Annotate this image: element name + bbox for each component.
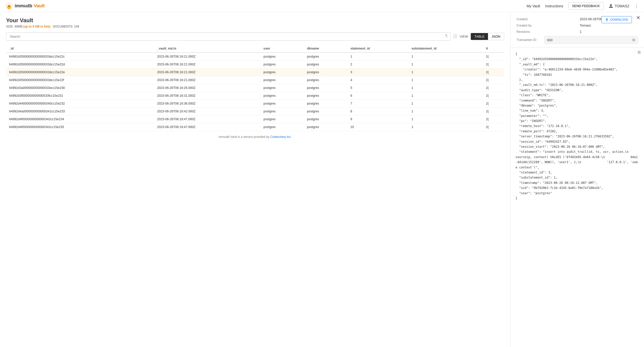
- table-row[interactable]: 64992d440000000000000340cc15e2322023-06-…: [6, 100, 504, 108]
- created-by-label: Created by:: [517, 24, 575, 27]
- table-cell: 1: [408, 108, 483, 115]
- table-row[interactable]: 64992d3a000000000000033ecc15e2302023-06-…: [6, 84, 504, 92]
- table-cell: 8: [347, 108, 408, 115]
- table-cell: 64992d35000000000000033dcc15e22d: [6, 61, 154, 68]
- table-row[interactable]: 64992d4f0000000000000342cc15e2352023-06-…: [6, 123, 504, 131]
- table-cell: postgres: [304, 100, 347, 108]
- table-cell: postgres: [304, 108, 347, 115]
- json-view-button[interactable]: JSON: [488, 33, 504, 40]
- table-cell: 10: [347, 123, 408, 131]
- table-cell: 2023-06-26T06:16:21.000Z: [154, 76, 261, 84]
- person-icon: [609, 4, 613, 8]
- table-row[interactable]: 64992d4f0000000000000342cc15e2342023-06-…: [6, 115, 504, 123]
- table-row[interactable]: 64992d35000000000000033dcc15e22f2023-06-…: [6, 76, 504, 84]
- table-cell: 1: [408, 100, 483, 108]
- download-icon: [605, 18, 609, 21]
- logo-vault-text: Vault: [34, 3, 45, 9]
- col-ts: _vault_md.ts: [154, 45, 261, 53]
- user-menu[interactable]: TOMASZ: [609, 4, 629, 8]
- table-cell: 2023-06-26T06:16:47.000Z: [154, 115, 261, 123]
- table-cell: 2023-06-26T06:16:26.000Z: [154, 84, 261, 92]
- vault-size-free: (up to 5 GB is free): [23, 25, 50, 28]
- table-cell: 4: [347, 76, 408, 84]
- table-cell: 2: [347, 61, 408, 68]
- copy-json-button[interactable]: ⧉: [638, 50, 640, 55]
- table-cell: 1: [408, 68, 483, 76]
- table-cell: 1: [408, 123, 483, 131]
- more-options-icon[interactable]: ⋮: [634, 3, 639, 9]
- view-label: VIEW: [460, 35, 468, 38]
- table-cell: 64992d35000000000000033dcc15e22f: [6, 76, 154, 84]
- table-cell: 2(: [483, 92, 504, 100]
- table-row[interactable]: 64992d35000000000000033dcc15e22c2023-06-…: [6, 53, 504, 61]
- footer-note: immudb Vault is a service provided by Co…: [6, 131, 504, 143]
- json-viewer: ⧉ { "_id": "64992d350000000000000033dcc1…: [510, 47, 644, 347]
- download-button[interactable]: DOWNLOAD: [601, 16, 632, 23]
- info-icon[interactable]: ⓘ: [453, 34, 457, 39]
- codenotary-link[interactable]: Codenotary Inc.: [270, 135, 292, 139]
- table-cell: postgres: [304, 115, 347, 123]
- vault-documents: DOCUMENTS: 149: [53, 25, 79, 28]
- table-row[interactable]: 64992d4a0000000000000341cc15e2332023-06-…: [6, 108, 504, 115]
- table-cell: postgres: [304, 92, 347, 100]
- table-row[interactable]: 64992d35000000000000033dcc15e22e2023-06-…: [6, 68, 504, 76]
- close-panel-button[interactable]: ✕: [636, 15, 640, 21]
- search-input[interactable]: [6, 32, 451, 41]
- txid-value: 830: [547, 38, 553, 42]
- nav-right: My Vault Instructions SEND FEEDBACK TOMA…: [527, 2, 639, 10]
- instructions-link[interactable]: Instructions: [545, 4, 563, 8]
- table-cell: 1: [408, 53, 483, 61]
- col-dbname: dbname: [304, 45, 347, 53]
- table-cell: postgres: [304, 61, 347, 68]
- table-cell: 64992d4f0000000000000342cc15e234: [6, 115, 154, 123]
- download-label: DOWNLOAD: [610, 18, 628, 21]
- table-cell: 9: [347, 115, 408, 123]
- logo-immudb-text: immudb: [15, 3, 32, 9]
- left-panel: Your Vault SIZE: 49MB (up to 5 GB is fre…: [0, 12, 510, 347]
- view-toggle: TABLE JSON: [471, 33, 504, 40]
- table-cell: 5: [347, 84, 408, 92]
- table-cell: 2023-06-26T06:16:21.000Z: [154, 61, 261, 68]
- table-header-row: _id _vault_md.ts user dbname statement_i…: [6, 45, 504, 53]
- table-cell: 2(: [483, 53, 504, 61]
- table-cell: postgres: [304, 84, 347, 92]
- top-nav: immudb Vault My Vault Instructions SEND …: [0, 0, 644, 12]
- my-vault-link[interactable]: My Vault: [527, 4, 540, 8]
- table-cell: 64992d3a000000000000033ecc15e230: [6, 84, 154, 92]
- table-cell: 64992d440000000000000340cc15e232: [6, 100, 154, 108]
- data-table: _id _vault_md.ts user dbname statement_i…: [6, 45, 504, 131]
- table-cell: 1: [408, 84, 483, 92]
- col-id: _id: [6, 45, 154, 53]
- vault-title: Your Vault: [6, 17, 504, 24]
- table-cell: 2023-06-26T06:16:36.000Z: [154, 100, 261, 108]
- table-cell: 2(: [483, 76, 504, 84]
- table-cell: postgres: [261, 61, 304, 68]
- table-cell: 7: [347, 100, 408, 108]
- logo-icon: [5, 2, 13, 10]
- svg-point-3: [8, 7, 10, 8]
- table-cell: 3: [347, 68, 408, 76]
- send-feedback-button[interactable]: SEND FEEDBACK: [568, 2, 604, 10]
- table-row[interactable]: 64992d3f000000000000033fcc15e2312023-06-…: [6, 92, 504, 100]
- table-cell: 1: [347, 53, 408, 61]
- logo: immudb Vault: [5, 2, 45, 10]
- search-button[interactable]: [444, 34, 448, 39]
- vault-meta: SIZE: 49MB (up to 5 GB is free) DOCUMENT…: [6, 25, 504, 28]
- table-cell: postgres: [304, 68, 347, 76]
- search-bar: ⓘ VIEW TABLE JSON: [6, 32, 504, 41]
- revisions-value: 1: [580, 30, 638, 34]
- table-cell: 2(: [483, 108, 504, 115]
- copy-txid-button[interactable]: ⧉: [632, 38, 635, 42]
- col-statement-id: statement_id: [347, 45, 408, 53]
- table-cell: postgres: [261, 68, 304, 76]
- table-cell: 1: [408, 76, 483, 84]
- table-cell: 2(: [483, 68, 504, 76]
- table-cell: 2023-06-26T06:16:47.000Z: [154, 123, 261, 131]
- json-display: { "_id": "64992d350000000000000033dcc15e…: [516, 52, 639, 201]
- table-cell: 2023-06-26T06:16:21.000Z: [154, 68, 261, 76]
- table-cell: postgres: [261, 100, 304, 108]
- table-cell: 64992d4f0000000000000342cc15e235: [6, 123, 154, 131]
- table-row[interactable]: 64992d35000000000000033dcc15e22d2023-06-…: [6, 61, 504, 68]
- created-label: Created:: [517, 17, 575, 21]
- table-view-button[interactable]: TABLE: [471, 33, 488, 40]
